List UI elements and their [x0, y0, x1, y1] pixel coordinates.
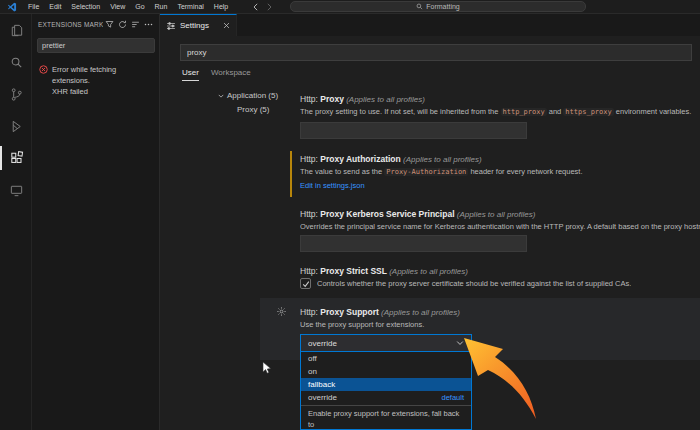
close-icon[interactable]	[223, 22, 230, 29]
setting-title-proxy-authorization: Http: Proxy Authorization (Applies to al…	[300, 154, 696, 164]
tab-workspace[interactable]: Workspace	[211, 68, 251, 81]
settings-sliders-icon	[166, 21, 176, 31]
toc-item-proxy[interactable]: Proxy (5)	[237, 105, 269, 114]
setting-desc-proxy-support: Use the proxy support for extensions.	[300, 320, 700, 329]
tab-settings[interactable]: Settings	[160, 14, 237, 36]
setting-desc-proxy-kerberos: Overrides the principal service name for…	[300, 222, 700, 231]
setting-name: Proxy	[320, 94, 344, 104]
menu-help[interactable]: Help	[209, 0, 233, 14]
settings-scope-tabs: User Workspace	[182, 68, 251, 81]
desc-text: The proxy setting to use. If not set, wi…	[300, 107, 501, 116]
title-bar: File Edit Selection View Go Run Terminal…	[0, 0, 700, 14]
dropdown-desc-line-1: Enable proxy support for extensions, fal…	[308, 409, 464, 430]
setting-name: Proxy Support	[320, 307, 379, 317]
extensions-icon[interactable]	[0, 142, 32, 174]
editor-area: Settings User Workspace Application (5) …	[160, 14, 700, 430]
menu-view[interactable]: View	[105, 0, 130, 14]
option-on[interactable]: on	[301, 365, 471, 378]
setting-category: Http:	[300, 307, 320, 317]
setting-category: Http:	[300, 209, 320, 219]
setting-category: Http:	[300, 154, 320, 164]
code-chip: https_proxy	[563, 108, 613, 116]
sidebar-title: EXTENSIONS MARKE...	[38, 21, 103, 28]
menu-go[interactable]: Go	[130, 0, 149, 14]
strict-ssl-row: Controls whether the proxy server certif…	[300, 278, 631, 289]
default-badge: default	[441, 391, 464, 404]
edit-in-settings-json-link[interactable]: Edit in settings.json	[300, 181, 365, 190]
strict-ssl-checkbox[interactable]	[300, 278, 311, 289]
toc-application-label: Application (5)	[227, 91, 278, 100]
select-value: override	[308, 339, 456, 348]
desc-text: The value to send as the	[300, 167, 384, 176]
back-arrow-icon[interactable]	[252, 3, 260, 11]
tab-user[interactable]: User	[182, 68, 199, 81]
option-override[interactable]: override default	[301, 391, 471, 404]
clear-results-icon[interactable]	[129, 18, 142, 31]
setting-name: Proxy Authorization	[320, 154, 400, 164]
settings-editor: User Workspace Application (5) Proxy (5)…	[160, 36, 700, 430]
code-chip: Proxy-Authorization	[384, 168, 468, 176]
menu-selection[interactable]: Selection	[66, 0, 105, 14]
chevron-down-icon	[456, 339, 464, 347]
setting-scope: (Applies to all profiles)	[401, 155, 482, 164]
gear-icon[interactable]	[276, 306, 287, 317]
history-nav	[252, 0, 273, 14]
remote-explorer-icon[interactable]	[0, 174, 32, 206]
extensions-error: Error while fetching extensions. XHR fai…	[39, 64, 155, 97]
error-line-1: Error while fetching extensions.	[52, 64, 155, 86]
tab-label: Settings	[180, 21, 219, 30]
setting-scope: (Applies to all profiles)	[387, 267, 468, 276]
setting-scope: (Applies to all profiles)	[344, 95, 425, 104]
option-off[interactable]: off	[301, 352, 471, 365]
dropdown-separator	[301, 405, 471, 406]
setting-title-proxy-support: Http: Proxy Support (Applies to all prof…	[300, 307, 696, 317]
setting-name: Proxy Kerberos Service Principal	[320, 209, 454, 219]
menu-file[interactable]: File	[23, 0, 44, 14]
run-and-debug-icon[interactable]	[0, 110, 32, 142]
option-label: fallback	[308, 378, 464, 391]
extensions-sidebar: EXTENSIONS MARKE... Error while fetching…	[32, 14, 160, 430]
setting-desc-proxy: The proxy setting to use. If not set, wi…	[300, 107, 700, 116]
search-icon[interactable]	[0, 46, 32, 78]
activity-bar	[0, 14, 32, 430]
desc-text: environment variables.	[614, 107, 692, 116]
dropdown-description: Enable proxy support for extensions, fal…	[301, 408, 471, 430]
toc-item-application[interactable]: Application (5)	[218, 91, 278, 100]
menu-terminal[interactable]: Terminal	[172, 0, 208, 14]
tab-bar: Settings	[160, 14, 700, 36]
filter-icon[interactable]	[103, 18, 116, 31]
command-center-label: Formatting	[426, 3, 459, 10]
explorer-icon[interactable]	[0, 14, 32, 46]
search-icon	[416, 3, 423, 10]
chevron-down-icon	[218, 93, 224, 99]
menu-edit[interactable]: Edit	[44, 0, 66, 14]
setting-category: Http:	[300, 266, 320, 276]
extensions-search-input[interactable]	[37, 38, 155, 53]
setting-desc-strict-ssl: Controls whether the proxy server certif…	[317, 279, 631, 288]
error-line-2: XHR failed	[52, 86, 155, 97]
proxy-support-select[interactable]: override	[300, 334, 472, 352]
command-center-search[interactable]: Formatting	[290, 1, 586, 12]
setting-desc-proxy-authorization: The value to send as the Proxy-Authoriza…	[300, 167, 700, 176]
check-icon	[302, 280, 310, 288]
forward-arrow-icon[interactable]	[265, 3, 273, 11]
source-control-icon[interactable]	[0, 78, 32, 110]
option-label: on	[308, 365, 464, 378]
setting-scope: (Applies to all profiles)	[455, 210, 536, 219]
desc-text: and	[547, 107, 564, 116]
setting-title-proxy-kerberos: Http: Proxy Kerberos Service Principal (…	[300, 209, 696, 219]
refresh-icon[interactable]	[116, 18, 129, 31]
setting-title-proxy-strict-ssl: Http: Proxy Strict SSL (Applies to all p…	[300, 266, 696, 276]
proxy-value-input[interactable]	[300, 122, 527, 139]
setting-category: Http:	[300, 94, 320, 104]
proxy-support-dropdown: off on fallback override default Enable …	[300, 352, 472, 430]
kerberos-value-input[interactable]	[300, 235, 527, 252]
option-fallback[interactable]: fallback	[301, 378, 471, 391]
menu-run[interactable]: Run	[150, 0, 173, 14]
setting-scope: (Applies to all profiles)	[379, 308, 460, 317]
setting-title-proxy: Http: Proxy (Applies to all profiles)	[300, 94, 696, 104]
error-icon	[39, 65, 48, 74]
vscode-logo-icon	[7, 2, 17, 12]
sidebar-header: EXTENSIONS MARKE...	[32, 14, 159, 34]
more-actions-icon[interactable]	[142, 18, 155, 31]
